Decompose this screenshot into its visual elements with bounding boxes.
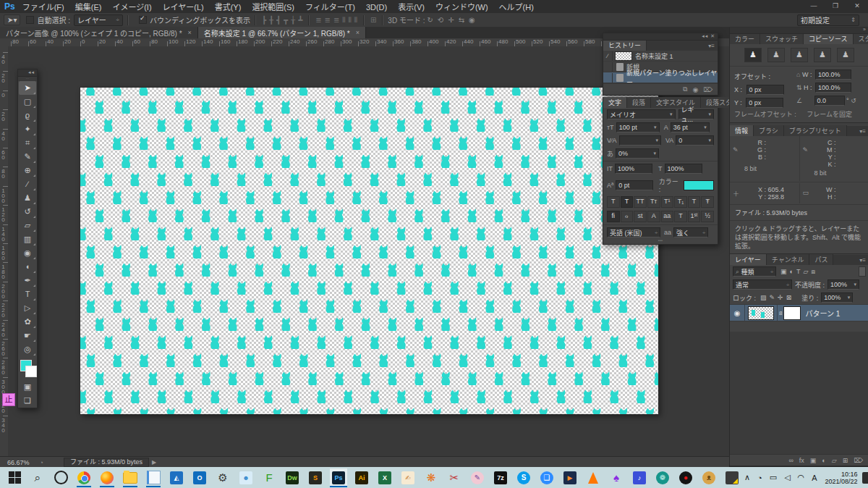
7zip-icon[interactable]: 7z: [492, 468, 509, 487]
layer-style-icon[interactable]: fx: [799, 457, 804, 464]
auto-select-dropdown[interactable]: レイヤー÷: [74, 14, 123, 26]
distribute-icon[interactable]: ≣: [333, 16, 339, 24]
collapse-panel-icon[interactable]: ◂◂: [28, 70, 35, 75]
lock-icon[interactable]: ✎: [770, 294, 775, 301]
menu-item[interactable]: 表示(V): [398, 3, 425, 12]
outlook-icon[interactable]: O: [191, 468, 208, 487]
history-brush-tool[interactable]: ↺: [19, 205, 36, 219]
ffftp-icon[interactable]: F: [260, 468, 278, 487]
flame-app-icon[interactable]: ♠: [608, 468, 625, 487]
tray-chevron-icon[interactable]: ∧: [744, 473, 750, 482]
history-brush-source-icon[interactable]: ∕: [603, 51, 613, 61]
quick-mask-button[interactable]: ▣: [19, 380, 36, 394]
align-icon[interactable]: ┳: [284, 16, 288, 24]
layer-row[interactable]: ◉ 8 パターン 1: [730, 304, 868, 321]
lock-icon[interactable]: ✛: [778, 294, 783, 301]
workspace-switcher[interactable]: 初期設定⇕: [797, 14, 859, 26]
3d-mode-icon[interactable]: ◉: [469, 16, 475, 24]
layer-filter-icon[interactable]: ▱: [803, 268, 808, 275]
panel-menu-icon[interactable]: ▾≡: [705, 41, 718, 51]
skype-icon[interactable]: S: [515, 468, 532, 487]
3d-mode-icon[interactable]: ✛: [448, 16, 454, 24]
history-snapshot-row[interactable]: ∕ 名称未設定 1: [603, 51, 718, 62]
wifi-icon[interactable]: ◠: [798, 473, 805, 482]
type-style-button[interactable]: Ŧ: [701, 196, 714, 208]
clone-source-tab[interactable]: スウォッチ: [760, 34, 804, 44]
move-tool[interactable]: ➤: [19, 81, 36, 95]
text-color-swatch[interactable]: [684, 180, 714, 190]
excel-icon[interactable]: X: [376, 468, 393, 487]
history-brush-source-box[interactable]: [603, 62, 613, 72]
clone-h-field[interactable]: 100.0%: [815, 83, 851, 93]
new-layer-icon[interactable]: ⊞: [843, 457, 848, 464]
clone-source-tab[interactable]: コピーソース: [804, 34, 854, 44]
distribute-icon[interactable]: ≣: [315, 16, 321, 24]
distribute-icon[interactable]: ⫴: [349, 16, 352, 24]
status-popup-icon[interactable]: ▶: [152, 459, 156, 466]
panel-menu-icon[interactable]: ▾≡: [856, 256, 868, 265]
layer-thumbnail[interactable]: [748, 306, 774, 320]
restore-button[interactable]: ❐: [825, 0, 846, 12]
info-tab[interactable]: ブラシプリセット: [784, 125, 847, 136]
photoshop-icon[interactable]: Ps: [330, 468, 347, 487]
opentype-button[interactable]: T: [674, 211, 687, 222]
dreamweaver-icon[interactable]: Dw: [284, 468, 301, 487]
battery-icon[interactable]: ▭: [770, 473, 777, 482]
horizontal-scale-field[interactable]: 100%: [665, 164, 702, 174]
gradient-tool[interactable]: ▥: [19, 232, 36, 246]
recorder-app-icon[interactable]: ●: [677, 468, 694, 487]
layers-tab[interactable]: パス: [809, 254, 833, 265]
tracking-field[interactable]: 0▾: [676, 135, 714, 146]
custom-shape-tool[interactable]: ✿: [19, 315, 36, 329]
bounding-box-checkbox[interactable]: [139, 16, 147, 24]
illustrator-icon[interactable]: Ai: [353, 468, 370, 487]
settings-icon[interactable]: ⚙: [214, 468, 231, 487]
menu-item[interactable]: 選択範囲(S): [252, 3, 294, 12]
clone-source-tab[interactable]: スタイル: [854, 34, 868, 44]
close-tab-icon[interactable]: ×: [188, 29, 192, 36]
honey-app-icon[interactable]: ᴥ: [700, 468, 718, 487]
delete-layer-icon[interactable]: ⌦: [854, 457, 863, 464]
fill-field[interactable]: 100%▾: [821, 293, 853, 303]
search-icon[interactable]: ⌕: [29, 468, 46, 487]
zoom-level-field[interactable]: 66.67%: [7, 459, 30, 466]
info-tab[interactable]: 情報: [730, 125, 754, 136]
info-tab[interactable]: ブラシ: [754, 125, 784, 136]
link-layers-icon[interactable]: ∞: [788, 457, 793, 464]
crop-tool[interactable]: ⌗: [19, 136, 36, 150]
ime-mode-icon[interactable]: A: [812, 474, 817, 482]
menu-item[interactable]: ファイル(F): [22, 3, 64, 12]
new-document-from-state-icon[interactable]: ⧉: [683, 85, 687, 93]
opentype-button[interactable]: aa: [661, 211, 674, 222]
teal-app-icon[interactable]: ❁: [654, 468, 671, 487]
taskbar-clock[interactable]: 10:16 2021/08/22: [825, 471, 858, 485]
opacity-field[interactable]: 100%▾: [827, 279, 859, 290]
new-group-icon[interactable]: ▱: [832, 457, 837, 464]
menu-item[interactable]: フィルター(T): [305, 3, 355, 12]
mask-link-icon[interactable]: 8: [779, 310, 782, 316]
vertical-scale-field[interactable]: 100%: [615, 164, 652, 174]
distribute-icon[interactable]: ⫴: [354, 16, 357, 24]
adjustment-layer-icon[interactable]: ◐: [822, 457, 825, 464]
lock-icon[interactable]: ▨: [760, 294, 767, 301]
ime-float-button[interactable]: 止: [2, 393, 15, 406]
layer-name[interactable]: パターン 1: [805, 308, 840, 319]
opentype-button[interactable]: st: [634, 211, 647, 222]
tool-preset-picker[interactable]: ➤ ▾: [4, 14, 20, 25]
vlc-icon[interactable]: [584, 468, 602, 487]
align-icon[interactable]: ┻: [298, 16, 302, 24]
font-size-field[interactable]: 100 pt▾: [616, 122, 660, 132]
pen-tool[interactable]: ✒: [19, 274, 36, 287]
cortana-icon[interactable]: [52, 468, 69, 487]
add-mask-icon[interactable]: ▣: [810, 457, 817, 464]
document-tab[interactable]: パターン画像 @ 100% (シェイプ 1 のコピー, RGB/8) *×: [0, 27, 198, 38]
notes-app-icon[interactable]: [723, 468, 741, 487]
menu-item[interactable]: ヘルプ(H): [499, 3, 534, 12]
brush-tool[interactable]: ∕: [19, 177, 36, 191]
path-selection-tool[interactable]: ▷: [19, 301, 36, 315]
3d-mode-icon[interactable]: ⇆: [459, 16, 464, 24]
photos-icon[interactable]: ◭: [168, 468, 185, 487]
baseline-shift-field[interactable]: 0 pt: [616, 180, 652, 190]
zoom-icon[interactable]: ❑: [538, 468, 556, 487]
opentype-button[interactable]: ℴ: [621, 211, 634, 222]
